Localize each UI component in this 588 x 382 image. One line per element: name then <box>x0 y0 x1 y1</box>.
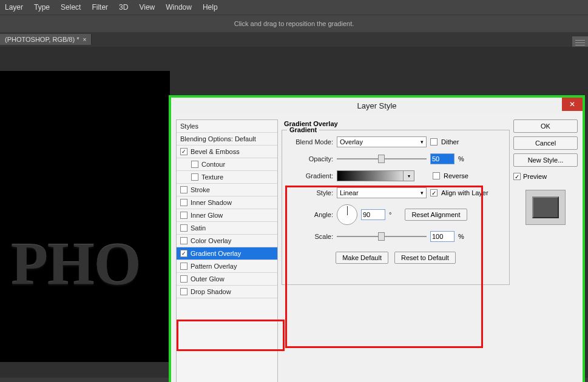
dither-label: Dither <box>441 138 459 146</box>
style-item-texture[interactable]: Texture <box>177 171 277 184</box>
style-checkbox[interactable] <box>180 212 188 219</box>
style-checkbox[interactable] <box>180 275 188 283</box>
style-checkbox[interactable] <box>191 173 198 181</box>
opacity-input[interactable] <box>430 153 455 164</box>
annotation-box <box>285 186 483 348</box>
style-item-label: Pattern Overlay <box>191 263 237 270</box>
style-item-label: Satin <box>191 224 206 232</box>
preview-swatch <box>525 190 566 225</box>
menu-window[interactable]: Window <box>166 3 192 12</box>
preview-checkbox[interactable] <box>513 173 521 180</box>
style-item-label: Inner Glow <box>191 212 223 219</box>
style-item-label: Color Overlay <box>191 237 231 244</box>
canvas-area: PHO Layer Style ✕ Styles Blending Option… <box>0 47 588 378</box>
ok-button[interactable]: OK <box>513 119 578 133</box>
menu-select[interactable]: Select <box>61 3 81 12</box>
dialog-button-column: OK Cancel New Style... Preview <box>513 119 578 382</box>
style-item-inner-shadow[interactable]: Inner Shadow <box>177 196 277 209</box>
style-checkbox[interactable] <box>180 199 188 206</box>
canvas[interactable] <box>0 71 170 362</box>
menu-help[interactable]: Help <box>203 3 218 12</box>
opacity-label: Opacity: <box>288 155 333 163</box>
style-checkbox[interactable] <box>180 148 188 155</box>
cancel-button[interactable]: Cancel <box>513 136 578 150</box>
hint-bar: Click and drag to reposition the gradien… <box>0 15 588 32</box>
dialog-titlebar[interactable]: Layer Style ✕ <box>171 98 583 113</box>
gradient-picker[interactable]: ▾ <box>337 170 414 181</box>
style-item-label: Bevel & Emboss <box>191 148 240 155</box>
style-item-bevel-emboss[interactable]: Bevel & Emboss <box>177 146 277 158</box>
style-item-inner-glow[interactable]: Inner Glow <box>177 209 277 222</box>
document-tab-label: (PHOTOSHOP, RGB/8) * <box>5 36 79 43</box>
style-item-label: Texture <box>201 173 223 181</box>
preview-label: Preview <box>523 173 547 180</box>
menu-filter[interactable]: Filter <box>92 3 108 12</box>
menu-type[interactable]: Type <box>34 3 50 12</box>
annotation-box <box>177 320 285 351</box>
reverse-checkbox[interactable] <box>433 172 440 179</box>
chevron-down-icon: ▾ <box>421 139 424 145</box>
style-item-label: Drop Shadow <box>191 288 231 295</box>
close-tab-icon[interactable]: × <box>83 36 86 43</box>
menu-view[interactable]: View <box>139 3 155 12</box>
canvas-text: PHO <box>11 229 141 298</box>
style-item-outer-glow[interactable]: Outer Glow <box>177 273 277 286</box>
style-item-gradient-overlay[interactable]: Gradient Overlay <box>177 247 277 260</box>
style-item-stroke[interactable]: Stroke <box>177 184 277 196</box>
style-checkbox[interactable] <box>180 263 188 270</box>
new-style-button[interactable]: New Style... <box>513 153 578 167</box>
style-item-contour[interactable]: Contour <box>177 158 277 171</box>
menu-layer[interactable]: Layer <box>5 3 23 12</box>
style-item-pattern-overlay[interactable]: Pattern Overlay <box>177 260 277 273</box>
blend-mode-label: Blend Mode: <box>288 138 333 146</box>
dither-checkbox[interactable] <box>430 138 438 146</box>
style-item-drop-shadow[interactable]: Drop Shadow <box>177 286 277 298</box>
style-item-label: Contour <box>201 161 225 168</box>
dialog-title: Layer Style <box>357 101 396 110</box>
gradient-label: Gradient: <box>288 172 333 179</box>
blending-options-header[interactable]: Blending Options: Default <box>177 133 277 146</box>
style-item-label: Stroke <box>191 186 210 193</box>
style-checkbox[interactable] <box>180 224 188 232</box>
opacity-unit: % <box>458 155 464 163</box>
group-title: Gradient <box>287 126 319 133</box>
style-item-satin[interactable]: Satin <box>177 222 277 235</box>
style-item-label: Inner Shadow <box>191 199 232 206</box>
style-checkbox[interactable] <box>180 186 188 193</box>
style-checkbox[interactable] <box>180 250 188 257</box>
style-item-label: Gradient Overlay <box>191 250 241 257</box>
menu-3d[interactable]: 3D <box>119 3 128 12</box>
style-checkbox[interactable] <box>180 288 188 295</box>
style-checkbox[interactable] <box>191 161 198 168</box>
opacity-slider[interactable] <box>337 154 427 164</box>
style-item-label: Outer Glow <box>191 275 225 283</box>
close-button[interactable]: ✕ <box>562 98 583 111</box>
chevron-down-icon[interactable]: ▾ <box>403 171 414 181</box>
styles-header[interactable]: Styles <box>177 120 277 133</box>
style-checkbox[interactable] <box>180 237 188 244</box>
blend-mode-select[interactable]: Overlay▾ <box>337 136 427 147</box>
layer-style-dialog: Layer Style ✕ Styles Blending Options: D… <box>169 95 585 382</box>
reverse-label: Reverse <box>444 172 468 179</box>
style-item-color-overlay[interactable]: Color Overlay <box>177 235 277 247</box>
document-tabbar: (PHOTOSHOP, RGB/8) * × <box>0 32 588 47</box>
document-tab[interactable]: (PHOTOSHOP, RGB/8) * × <box>0 34 92 45</box>
app-menubar[interactable]: LayerTypeSelectFilter3DViewWindowHelp <box>0 0 588 15</box>
